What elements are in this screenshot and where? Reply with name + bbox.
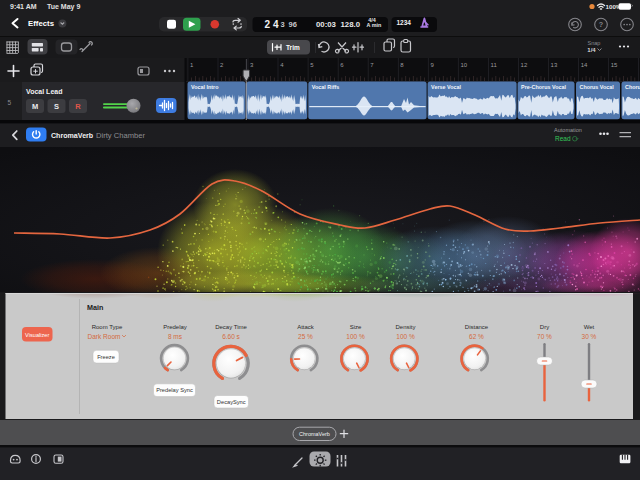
svg-text:25 %: 25 % (298, 333, 313, 340)
svg-text:Pre-Chorus Vocal: Pre-Chorus Vocal (521, 84, 566, 90)
svg-text:30 %: 30 % (582, 333, 597, 340)
svg-text:ChromaVerb: ChromaVerb (51, 132, 94, 140)
svg-text:Verse Vocal: Verse Vocal (431, 84, 461, 90)
svg-text:128.0: 128.0 (341, 20, 361, 29)
svg-text:Visualizer: Visualizer (25, 332, 49, 338)
svg-text:5: 5 (8, 99, 12, 106)
svg-text:70 %: 70 % (537, 333, 552, 340)
svg-text:Predelay: Predelay (163, 324, 187, 330)
svg-text:62 %: 62 % (469, 333, 484, 340)
svg-text:M: M (32, 102, 38, 111)
svg-text:S: S (54, 102, 59, 111)
svg-text:Read: Read (555, 135, 571, 142)
svg-text:10: 10 (460, 62, 467, 68)
svg-text:Wet: Wet (584, 324, 595, 330)
svg-text:Vocal Riffs: Vocal Riffs (312, 84, 339, 90)
svg-text:Density: Density (395, 324, 415, 330)
svg-text:96: 96 (289, 20, 297, 29)
svg-text:00:03: 00:03 (316, 20, 337, 29)
svg-text:R: R (75, 102, 81, 111)
svg-text:Size: Size (350, 324, 362, 330)
svg-text:Chorus V: Chorus V (625, 84, 640, 90)
svg-text:1234: 1234 (397, 19, 412, 26)
svg-text:6.60 s: 6.60 s (222, 333, 240, 340)
svg-text:Vocal Intro: Vocal Intro (191, 84, 219, 90)
svg-text:1/4: 1/4 (587, 47, 596, 53)
svg-text:Dirty Chamber: Dirty Chamber (96, 131, 145, 140)
svg-text:15: 15 (611, 62, 618, 68)
svg-text:13: 13 (551, 62, 558, 68)
svg-text:Predelay Sync: Predelay Sync (156, 387, 193, 393)
svg-text:100 %: 100 % (346, 333, 365, 340)
svg-text:12: 12 (521, 62, 528, 68)
svg-text:2: 2 (265, 19, 271, 30)
svg-text:DecaySync: DecaySync (217, 399, 246, 405)
svg-text:Decay Time: Decay Time (215, 324, 247, 330)
svg-text:Snap: Snap (588, 40, 601, 46)
svg-text:9:41 AM: 9:41 AM (10, 3, 37, 10)
svg-text:3: 3 (281, 20, 285, 29)
svg-text:Dark Room: Dark Room (88, 333, 121, 340)
svg-text:Chorus Vocal: Chorus Vocal (580, 84, 615, 90)
svg-text:Vocal Lead: Vocal Lead (26, 88, 62, 95)
svg-text:Main: Main (87, 303, 103, 312)
svg-text:8 ms: 8 ms (168, 333, 183, 340)
svg-text:A min: A min (367, 22, 382, 28)
svg-text:Freeze: Freeze (97, 354, 115, 360)
svg-text:11: 11 (491, 62, 498, 68)
svg-text:Attack: Attack (297, 324, 315, 330)
svg-text:Effects: Effects (28, 19, 55, 28)
svg-text:4: 4 (273, 19, 279, 30)
svg-text:Room Type: Room Type (92, 324, 123, 330)
svg-text:Tue May 9: Tue May 9 (47, 3, 80, 11)
svg-text:Dry: Dry (540, 324, 549, 330)
svg-text:100 %: 100 % (396, 333, 415, 340)
svg-text:Automation: Automation (554, 127, 582, 133)
svg-text:Trim: Trim (286, 44, 300, 51)
svg-text:Distance: Distance (465, 324, 489, 330)
svg-text:14: 14 (581, 62, 588, 68)
svg-text:?: ? (599, 20, 603, 29)
svg-text:ChromaVerb: ChromaVerb (299, 431, 330, 437)
